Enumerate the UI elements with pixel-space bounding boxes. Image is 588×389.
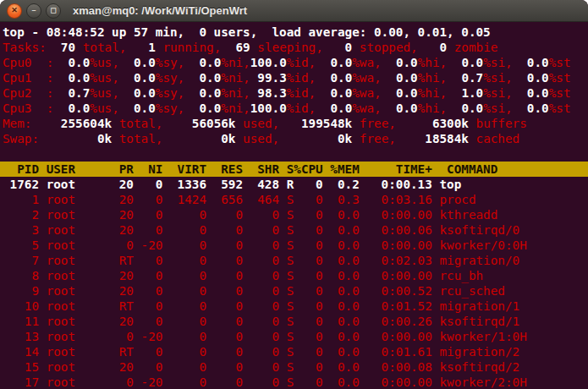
summary-segment: %si,: [483, 56, 512, 69]
summary-segment: %wa,: [352, 71, 381, 85]
summary-segment: 0.0: [382, 56, 418, 69]
summary-segment: running,: [162, 41, 221, 54]
summary-segment: %id,: [287, 71, 316, 85]
maximize-icon: ◻: [50, 7, 56, 14]
summary-segment: %us,: [90, 86, 118, 100]
summary-segment: %hi,: [418, 101, 447, 115]
summary-segment: stopped,: [360, 41, 418, 54]
summary-segment: Swap:: [3, 132, 39, 145]
summary-segment: 0.7: [447, 71, 483, 85]
process-row-pid-9: 9 root 20 0 0 0 0 S 0 0.0 0:00.52 rcu_sc…: [0, 283, 588, 299]
top-summary-area: top - 08:48:52 up 57 min, 0 users, load …: [0, 25, 588, 162]
summary-segment: 100.0: [250, 101, 287, 115]
summary-segment: total,: [83, 41, 127, 54]
summary-segment: %hi,: [418, 86, 447, 100]
summary-segment: %hi,: [418, 71, 447, 85]
close-button[interactable]: ✕: [7, 3, 22, 19]
minimize-button[interactable]: –: [26, 3, 41, 19]
process-row-pid-15: 15 root 20 0 0 0 0 S 0 0.0 0:00.08 ksoft…: [0, 359, 588, 375]
summary-line-blank: [0, 146, 588, 162]
process-row-pid-17: 17 root 0 -20 0 0 0 S 0 0.0 0:00.00 kwor…: [0, 375, 588, 389]
process-row-pid-2: 2 root 20 0 0 0 0 S 0 0.0 0:00.00 kthrea…: [0, 207, 588, 222]
maximize-button[interactable]: ◻: [46, 3, 61, 19]
summary-segment: 0.0: [53, 101, 90, 115]
summary-segment: 0.0: [119, 86, 156, 100]
summary-segment: used,: [243, 132, 279, 145]
titlebar[interactable]: ✕ – ◻ xman@mq0: /Work/WiTi/OpenWrt: [0, 0, 588, 22]
summary-segment: 0: [418, 41, 454, 54]
process-table-header: PID USER PR NI VIRT RES SHR S%CPU %MEM T…: [0, 162, 588, 177]
summary-segment: %wa,: [352, 101, 381, 115]
summary-segment: free,: [360, 132, 396, 145]
summary-segment: 0: [323, 41, 360, 54]
summary-line-swap: Swap: 0k total, 0k used, 0k free, 18584k…: [0, 131, 588, 146]
summary-segment: 0.0: [184, 101, 221, 115]
process-row-pid-10: 10 root RT 0 0 0 0 S 0 0.0 0:01.52 migra…: [0, 299, 588, 314]
summary-segment: 0.0: [119, 101, 156, 115]
process-row-pid-1: 1 root 20 0 1424 656 464 S 0 0.3 0:03.16…: [0, 192, 588, 207]
summary-segment: 1.0: [447, 86, 483, 100]
summary-segment: 255604k: [31, 117, 118, 130]
minimize-icon: –: [31, 7, 36, 14]
summary-segment: 0.0: [513, 101, 549, 115]
summary-segment: %ni,: [221, 56, 250, 69]
summary-segment: %hi,: [418, 56, 447, 69]
summary-segment: 99.3: [250, 71, 287, 85]
summary-segment: %st: [549, 56, 571, 69]
window-title: xman@mq0: /Work/WiTi/OpenWrt: [73, 4, 247, 17]
summary-segment: 0.0: [316, 71, 352, 85]
terminal-content[interactable]: top - 08:48:52 up 57 min, 0 users, load …: [0, 22, 588, 389]
summary-segment: 56056k: [162, 117, 243, 130]
summary-segment: %id,: [287, 101, 316, 115]
process-row-pid-8: 8 root 20 0 0 0 0 S 0 0.0 0:00.00 rcu_bh: [0, 268, 588, 283]
summary-segment: 0.0: [447, 101, 483, 115]
summary-segment: %id,: [287, 86, 316, 100]
summary-segment: 0.0: [382, 101, 418, 115]
summary-segment: free,: [360, 117, 396, 130]
summary-segment: 199548k: [279, 117, 360, 130]
summary-segment: 0k: [39, 132, 119, 145]
summary-line-mem: Mem: 255604k total, 56056k used, 199548k…: [0, 116, 588, 131]
summary-segment: 100.0: [250, 56, 287, 69]
summary-segment: buffers: [476, 117, 527, 130]
summary-segment: %ni,: [221, 101, 250, 115]
summary-segment: %wa,: [352, 56, 381, 69]
summary-segment: 70: [47, 41, 83, 54]
summary-segment: %us,: [90, 71, 118, 85]
summary-segment: 0.0: [513, 86, 549, 100]
close-icon: ✕: [11, 7, 18, 14]
process-row-pid-13: 13 root 0 -20 0 0 0 S 0 0.0 0:00.00 kwor…: [0, 329, 588, 344]
summary-segment: 0.0: [316, 86, 352, 100]
summary-line-uptime: top - 08:48:52 up 57 min, 0 users, load …: [0, 25, 588, 40]
summary-segment: Cpu2 :: [3, 86, 53, 100]
summary-segment: zombie: [454, 41, 498, 54]
summary-segment: %sy,: [156, 86, 184, 100]
summary-segment: top - 08:48:52 up 57 min, 0 users, load …: [3, 25, 491, 39]
summary-segment: 0.0: [316, 56, 352, 69]
summary-line-cpu0: Cpu0 : 0.0%us, 0.0%sy, 0.0%ni,100.0%id, …: [0, 55, 588, 70]
summary-segment: Cpu0 :: [3, 56, 53, 69]
summary-segment: %st: [549, 86, 571, 100]
summary-segment: 0.0: [184, 71, 221, 85]
summary-segment: %id,: [287, 56, 316, 69]
summary-segment: total,: [119, 117, 163, 130]
summary-segment: %sy,: [156, 56, 184, 69]
summary-segment: Mem:: [3, 117, 31, 130]
summary-segment: %st: [549, 71, 571, 85]
summary-segment: %us,: [90, 101, 118, 115]
summary-segment: 0.0: [513, 71, 549, 85]
summary-line-cpu3: Cpu3 : 0.0%us, 0.0%sy, 0.0%ni,100.0%id, …: [0, 101, 588, 116]
summary-segment: Tasks:: [3, 41, 47, 54]
summary-segment: Cpu1 :: [3, 71, 53, 85]
summary-segment: 0.0: [447, 56, 483, 69]
process-row-pid-14: 14 root RT 0 0 0 0 S 0 0.0 0:01.61 migra…: [0, 344, 588, 359]
summary-segment: 69: [221, 41, 257, 54]
summary-segment: %si,: [483, 71, 512, 85]
window-controls: ✕ – ◻: [7, 3, 61, 19]
summary-line-cpu1: Cpu1 : 0.0%us, 0.0%sy, 0.0%ni, 99.3%id, …: [0, 70, 588, 85]
process-row-pid-1762: 1762 root 20 0 1336 592 428 R 0 0.2 0:00…: [0, 177, 588, 192]
summary-segment: 0.0: [119, 71, 156, 85]
summary-line-cpu2: Cpu2 : 0.7%us, 0.0%sy, 0.0%ni, 98.3%id, …: [0, 85, 588, 101]
summary-segment: %ni,: [221, 71, 250, 85]
summary-segment: %ni,: [221, 86, 250, 100]
